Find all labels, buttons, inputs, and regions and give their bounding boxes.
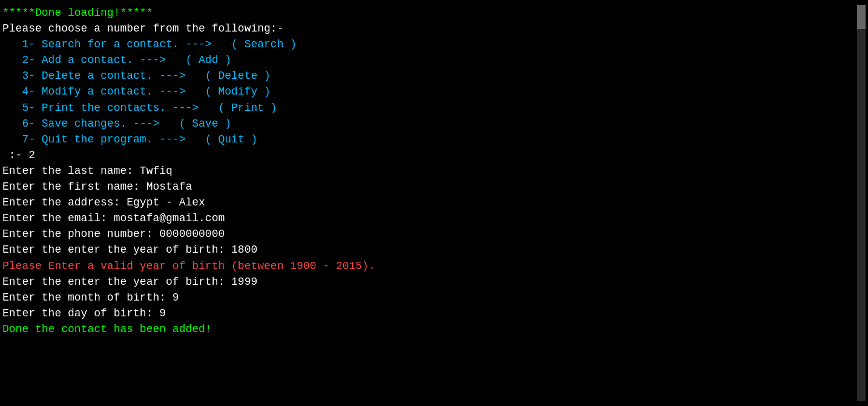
terminal-line-8: 7- Quit the program. ---> ( Quit ) xyxy=(2,131,866,147)
terminal: *****Done loading!*****Please choose a n… xyxy=(2,5,866,401)
terminal-line-16: Enter the enter the year of birth: 1800 xyxy=(2,242,866,258)
scrollbar-thumb[interactable] xyxy=(857,5,866,29)
terminal-line-7: 6- Save changes. ---> ( Save ) xyxy=(2,116,866,131)
terminal-line-4: 3- Delete a contact. ---> ( Delete ) xyxy=(2,68,866,84)
terminal-line-5: 4- Modify a contact. ---> ( Modify ) xyxy=(2,84,866,99)
terminal-line-17: Please Enter a valid year of birth (betw… xyxy=(2,258,866,274)
terminal-line-6: 5- Print the contacts. ---> ( Print ) xyxy=(2,100,866,116)
terminal-line-14: Enter the email: mostafa@gmail.com xyxy=(2,210,866,226)
terminal-line-1: Please choose a number from the followin… xyxy=(2,21,866,36)
terminal-line-13: Enter the address: Egypt - Alex xyxy=(2,195,866,210)
terminal-line-0: *****Done loading!***** xyxy=(2,5,866,21)
terminal-line-12: Enter the first name: Mostafa xyxy=(2,179,866,195)
scrollbar[interactable] xyxy=(857,5,866,401)
terminal-line-11: Enter the last name: Twfiq xyxy=(2,163,866,179)
terminal-line-2: 1- Search for a contact. ---> ( Search ) xyxy=(2,36,866,52)
terminal-line-18: Enter the enter the year of birth: 1999 xyxy=(2,274,866,290)
terminal-line-19: Enter the month of birth: 9 xyxy=(2,290,866,305)
terminal-line-21: Done the contact has been added! xyxy=(2,321,866,337)
terminal-line-3: 2- Add a contact. ---> ( Add ) xyxy=(2,52,866,68)
terminal-line-15: Enter the phone number: 0000000000 xyxy=(2,226,866,242)
terminal-line-10: :- 2 xyxy=(2,147,866,163)
terminal-line-20: Enter the day of birth: 9 xyxy=(2,305,866,321)
